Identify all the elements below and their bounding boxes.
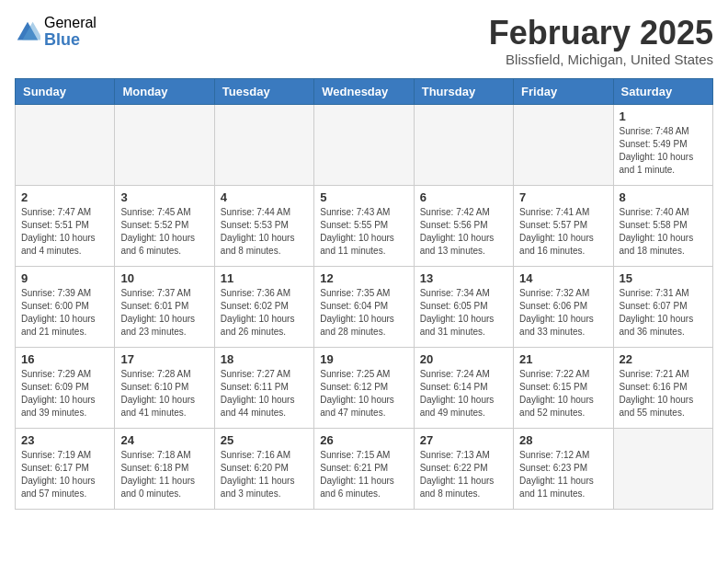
logo: General Blue (15, 15, 97, 49)
day-number: 27 (420, 433, 507, 447)
day-number: 11 (221, 271, 308, 285)
calendar-cell: 3Sunrise: 7:45 AM Sunset: 5:52 PM Daylig… (115, 185, 214, 266)
calendar-cell: 21Sunrise: 7:22 AM Sunset: 6:15 PM Dayli… (514, 347, 613, 428)
title-area: February 2025 Blissfield, Michigan, Unit… (489, 15, 713, 67)
logo-icon (15, 19, 40, 45)
logo-text: General Blue (44, 15, 97, 49)
day-info: Sunrise: 7:39 AM Sunset: 6:00 PM Dayligh… (21, 287, 108, 339)
day-number: 21 (519, 352, 607, 366)
day-number: 22 (620, 352, 707, 366)
calendar-header-monday: Monday (115, 78, 214, 104)
day-number: 4 (221, 190, 308, 204)
day-number: 13 (420, 271, 507, 285)
day-number: 12 (320, 271, 407, 285)
day-info: Sunrise: 7:36 AM Sunset: 6:02 PM Dayligh… (221, 287, 308, 339)
calendar-cell: 1Sunrise: 7:48 AM Sunset: 5:49 PM Daylig… (613, 104, 712, 185)
calendar-cell: 12Sunrise: 7:35 AM Sunset: 6:04 PM Dayli… (314, 266, 414, 347)
day-info: Sunrise: 7:42 AM Sunset: 5:56 PM Dayligh… (420, 206, 507, 258)
day-number: 26 (320, 433, 407, 447)
calendar-cell (115, 104, 214, 185)
week-row-2: 9Sunrise: 7:39 AM Sunset: 6:00 PM Daylig… (16, 266, 713, 347)
calendar-cell: 4Sunrise: 7:44 AM Sunset: 5:53 PM Daylig… (214, 185, 313, 266)
day-info: Sunrise: 7:12 AM Sunset: 6:23 PM Dayligh… (519, 449, 607, 500)
day-number: 3 (120, 190, 208, 204)
week-row-1: 2Sunrise: 7:47 AM Sunset: 5:51 PM Daylig… (16, 185, 713, 266)
calendar-cell: 24Sunrise: 7:18 AM Sunset: 6:18 PM Dayli… (115, 428, 214, 509)
day-info: Sunrise: 7:27 AM Sunset: 6:11 PM Dayligh… (221, 368, 308, 419)
day-number: 20 (420, 352, 507, 366)
day-number: 14 (519, 271, 607, 285)
calendar-cell (314, 104, 414, 185)
day-number: 9 (21, 271, 108, 285)
day-number: 23 (21, 433, 108, 447)
calendar-cell: 19Sunrise: 7:25 AM Sunset: 6:12 PM Dayli… (314, 347, 414, 428)
calendar-cell (613, 428, 712, 509)
calendar: SundayMondayTuesdayWednesdayThursdayFrid… (15, 78, 713, 510)
day-number: 17 (120, 352, 208, 366)
calendar-header-saturday: Saturday (613, 78, 712, 104)
calendar-cell: 25Sunrise: 7:16 AM Sunset: 6:20 PM Dayli… (214, 428, 313, 509)
day-info: Sunrise: 7:32 AM Sunset: 6:06 PM Dayligh… (519, 287, 607, 339)
day-info: Sunrise: 7:48 AM Sunset: 5:49 PM Dayligh… (620, 125, 707, 177)
day-info: Sunrise: 7:29 AM Sunset: 6:09 PM Dayligh… (21, 368, 108, 419)
calendar-cell: 8Sunrise: 7:40 AM Sunset: 5:58 PM Daylig… (613, 185, 712, 266)
day-info: Sunrise: 7:44 AM Sunset: 5:53 PM Dayligh… (221, 206, 308, 258)
calendar-cell: 13Sunrise: 7:34 AM Sunset: 6:05 PM Dayli… (414, 266, 513, 347)
day-number: 25 (221, 433, 308, 447)
day-number: 16 (21, 352, 108, 366)
calendar-cell (514, 104, 613, 185)
week-row-4: 23Sunrise: 7:19 AM Sunset: 6:17 PM Dayli… (16, 428, 713, 509)
day-info: Sunrise: 7:37 AM Sunset: 6:01 PM Dayligh… (120, 287, 208, 339)
day-number: 19 (320, 352, 407, 366)
day-info: Sunrise: 7:19 AM Sunset: 6:17 PM Dayligh… (21, 449, 108, 500)
day-number: 24 (120, 433, 208, 447)
calendar-cell: 11Sunrise: 7:36 AM Sunset: 6:02 PM Dayli… (214, 266, 313, 347)
calendar-cell: 23Sunrise: 7:19 AM Sunset: 6:17 PM Dayli… (16, 428, 115, 509)
calendar-cell: 18Sunrise: 7:27 AM Sunset: 6:11 PM Dayli… (214, 347, 313, 428)
day-number: 5 (320, 190, 407, 204)
day-info: Sunrise: 7:34 AM Sunset: 6:05 PM Dayligh… (420, 287, 507, 339)
calendar-cell: 15Sunrise: 7:31 AM Sunset: 6:07 PM Dayli… (613, 266, 712, 347)
day-number: 10 (120, 271, 208, 285)
calendar-cell: 20Sunrise: 7:24 AM Sunset: 6:14 PM Dayli… (414, 347, 513, 428)
day-info: Sunrise: 7:24 AM Sunset: 6:14 PM Dayligh… (420, 368, 507, 419)
day-info: Sunrise: 7:31 AM Sunset: 6:07 PM Dayligh… (620, 287, 707, 339)
calendar-header-tuesday: Tuesday (214, 78, 313, 104)
day-info: Sunrise: 7:28 AM Sunset: 6:10 PM Dayligh… (120, 368, 208, 419)
day-info: Sunrise: 7:21 AM Sunset: 6:16 PM Dayligh… (620, 368, 707, 419)
day-info: Sunrise: 7:13 AM Sunset: 6:22 PM Dayligh… (420, 449, 507, 500)
calendar-cell: 26Sunrise: 7:15 AM Sunset: 6:21 PM Dayli… (314, 428, 414, 509)
calendar-cell: 16Sunrise: 7:29 AM Sunset: 6:09 PM Dayli… (16, 347, 115, 428)
day-info: Sunrise: 7:40 AM Sunset: 5:58 PM Dayligh… (620, 206, 707, 258)
calendar-cell: 6Sunrise: 7:42 AM Sunset: 5:56 PM Daylig… (414, 185, 513, 266)
day-number: 15 (620, 271, 707, 285)
calendar-cell: 27Sunrise: 7:13 AM Sunset: 6:22 PM Dayli… (414, 428, 513, 509)
day-info: Sunrise: 7:45 AM Sunset: 5:52 PM Dayligh… (120, 206, 208, 258)
calendar-cell: 5Sunrise: 7:43 AM Sunset: 5:55 PM Daylig… (314, 185, 414, 266)
day-info: Sunrise: 7:16 AM Sunset: 6:20 PM Dayligh… (221, 449, 308, 500)
calendar-cell: 10Sunrise: 7:37 AM Sunset: 6:01 PM Dayli… (115, 266, 214, 347)
day-number: 7 (519, 190, 607, 204)
day-info: Sunrise: 7:18 AM Sunset: 6:18 PM Dayligh… (120, 449, 208, 500)
calendar-cell: 22Sunrise: 7:21 AM Sunset: 6:16 PM Dayli… (613, 347, 712, 428)
day-info: Sunrise: 7:43 AM Sunset: 5:55 PM Dayligh… (320, 206, 407, 258)
day-number: 8 (620, 190, 707, 204)
day-info: Sunrise: 7:41 AM Sunset: 5:57 PM Dayligh… (519, 206, 607, 258)
week-row-3: 16Sunrise: 7:29 AM Sunset: 6:09 PM Dayli… (16, 347, 713, 428)
day-info: Sunrise: 7:25 AM Sunset: 6:12 PM Dayligh… (320, 368, 407, 419)
day-number: 2 (21, 190, 108, 204)
calendar-cell (214, 104, 313, 185)
day-number: 6 (420, 190, 507, 204)
logo-blue: Blue (44, 31, 97, 50)
page-header: General Blue February 2025 Blissfield, M… (15, 15, 713, 67)
day-info: Sunrise: 7:15 AM Sunset: 6:21 PM Dayligh… (320, 449, 407, 500)
month-year: February 2025 (489, 15, 713, 52)
calendar-cell (16, 104, 115, 185)
calendar-cell: 28Sunrise: 7:12 AM Sunset: 6:23 PM Dayli… (514, 428, 613, 509)
calendar-cell: 2Sunrise: 7:47 AM Sunset: 5:51 PM Daylig… (16, 185, 115, 266)
calendar-header-thursday: Thursday (414, 78, 513, 104)
day-info: Sunrise: 7:47 AM Sunset: 5:51 PM Dayligh… (21, 206, 108, 258)
calendar-cell: 9Sunrise: 7:39 AM Sunset: 6:00 PM Daylig… (16, 266, 115, 347)
calendar-header-row: SundayMondayTuesdayWednesdayThursdayFrid… (16, 78, 713, 104)
location: Blissfield, Michigan, United States (489, 52, 713, 67)
